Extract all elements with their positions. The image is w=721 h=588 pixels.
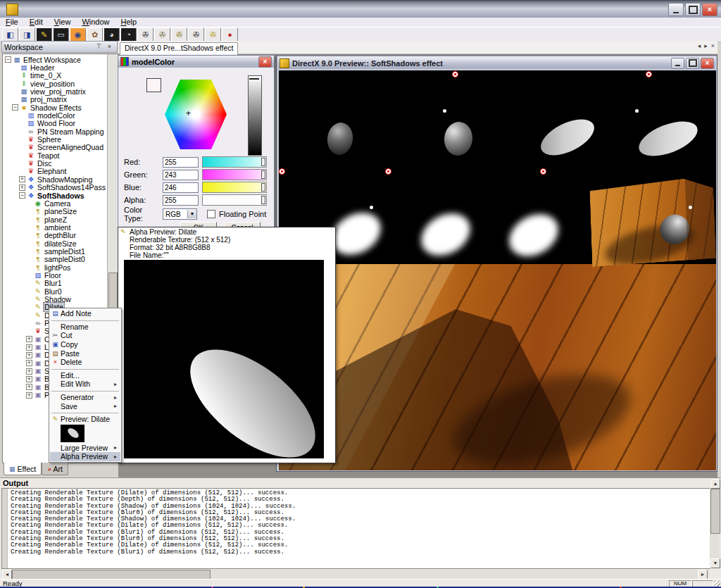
toolbar-button[interactable]: ✇	[154, 27, 170, 42]
workspace-tab[interactable]: ◕ Art	[42, 463, 68, 475]
close-button[interactable]: ×	[702, 3, 717, 16]
context-menu-item[interactable]: ▤ Add Note ▸	[50, 309, 120, 318]
color-hex-wheel[interactable]	[165, 80, 227, 149]
tree-item[interactable]: ¶ planeSize	[4, 208, 106, 215]
context-menu-item[interactable]: × Delete ▸	[50, 358, 120, 367]
preview-restore-button[interactable]	[686, 58, 699, 69]
output-vertical-scrollbar[interactable]: ▲ ▼	[710, 478, 720, 568]
scroll-right-icon[interactable]: ►	[698, 570, 708, 580]
toolbar-button[interactable]: ▭	[53, 27, 69, 42]
tab-close-icon[interactable]: ×	[711, 42, 715, 49]
context-menu-item[interactable]: Generator ▸	[50, 393, 120, 402]
toolbar-button[interactable]: ✎	[36, 27, 52, 42]
tree-expander[interactable]: +	[19, 184, 25, 191]
tree-expander[interactable]: +	[26, 352, 32, 358]
tree-item[interactable]: ▤ Header	[4, 63, 106, 71]
brightness-slider[interactable]	[248, 75, 262, 156]
tree-item[interactable]: ▦ proj_matrix	[4, 96, 106, 104]
preview-minimize-button[interactable]	[671, 58, 684, 69]
tree-item[interactable]: + ❖ SoftShadows14Pass	[4, 184, 106, 192]
tree-expander[interactable]: −	[19, 192, 25, 199]
tree-item[interactable]: − ■ Shadow Effects	[4, 104, 106, 111]
tree-item[interactable]: ¶ ambient	[4, 223, 106, 231]
tree-item[interactable]: ▦ view_proj_matrix	[4, 87, 106, 95]
tab-scroll-right-icon[interactable]: ▸	[704, 42, 708, 49]
output-vscroll-thumb[interactable]	[710, 489, 720, 534]
dialog-close-button[interactable]: ×	[258, 56, 272, 68]
tree-item[interactable]: − ▦ Effect Workspace	[4, 56, 106, 63]
context-menu-item[interactable]: ▸	[51, 413, 119, 413]
context-menu-item[interactable]: Edit... ▸	[50, 371, 120, 380]
tree-item[interactable]: ‖ view_position	[4, 80, 106, 87]
tree-item[interactable]: ¶ sampleDist1	[4, 247, 106, 255]
toolbar-button[interactable]: ✇	[188, 27, 204, 42]
tree-expander[interactable]: +	[19, 176, 25, 182]
toolbar-button[interactable]: ●	[222, 27, 238, 42]
channel-slider[interactable]	[202, 156, 267, 168]
menu-item[interactable]: View	[50, 18, 75, 27]
channel-value-input[interactable]: 255	[163, 157, 199, 168]
menu-item[interactable]: Help	[117, 18, 142, 27]
channel-value-input[interactable]: 243	[163, 170, 199, 180]
tree-item[interactable]: ¶ dilateSize	[4, 239, 106, 247]
tree-item[interactable]: ✎ Blur0	[4, 287, 106, 295]
tree-item[interactable]: ♛ Teapot	[4, 151, 106, 159]
brightness-thumb[interactable]	[249, 78, 259, 80]
minimize-button[interactable]	[668, 3, 684, 16]
channel-slider[interactable]	[202, 182, 267, 193]
close-icon[interactable]: ×	[104, 42, 115, 52]
tree-expander[interactable]: +	[26, 344, 32, 351]
tree-expander[interactable]: −	[5, 56, 11, 63]
tree-item[interactable]: − ❖ SoftShadows	[4, 192, 106, 199]
tree-item[interactable]: ♛ ScreenAlignedQuad	[4, 144, 106, 151]
tree-item[interactable]: ¶ depthBlur	[4, 232, 106, 239]
tree-item[interactable]: ♛ Elephant	[4, 168, 106, 175]
tree-item[interactable]: ▨ Floor	[4, 271, 106, 279]
menu-item[interactable]: Window	[77, 18, 113, 27]
toolbar-button[interactable]: ◧	[2, 27, 18, 42]
scroll-down-icon[interactable]: ▼	[710, 558, 720, 568]
document-tab[interactable]: DirectX 9.0 Pre...tShadows effect	[120, 42, 238, 55]
menu-item[interactable]: File	[1, 18, 23, 27]
tree-item[interactable]: ¶ sampleDist0	[4, 256, 106, 263]
toolbar-button[interactable]: ◨	[19, 27, 35, 42]
tree-item[interactable]: + ❖ ShadowMapping	[4, 175, 106, 183]
workspace-tab[interactable]: ▦ Effect	[4, 463, 42, 475]
scroll-up-icon[interactable]: ▲	[710, 479, 720, 489]
tree-expander[interactable]: +	[26, 384, 32, 390]
tab-scroll-left-icon[interactable]: ◂	[698, 42, 701, 49]
toolbar-button[interactable]: ✇	[205, 27, 221, 42]
tree-expander[interactable]: +	[26, 392, 32, 399]
toolbar-button[interactable]: ◉	[70, 27, 86, 42]
channel-value-input[interactable]: 255	[163, 195, 199, 206]
tree-expander[interactable]: +	[26, 376, 32, 382]
tree-item[interactable]: ▥ modelColor	[4, 111, 106, 119]
tree-item[interactable]: ∞ PN Stream Mapping	[4, 127, 106, 135]
context-menu-item[interactable]: ▸	[50, 424, 120, 444]
context-menu-item[interactable]: ▣ Copy ▸	[50, 340, 120, 349]
channel-slider[interactable]	[202, 194, 267, 206]
tree-item[interactable]: ♛ Sphere	[4, 135, 106, 143]
toolbar-button[interactable]: ✇	[137, 27, 153, 42]
tree-item[interactable]: ✎ Blur1	[4, 280, 106, 287]
output-hscroll-thumb[interactable]	[12, 570, 211, 580]
channel-slider[interactable]	[202, 169, 267, 180]
menu-item[interactable]: Edit	[25, 18, 47, 27]
context-menu-item[interactable]: Alpha Preview ▸	[50, 452, 120, 461]
tree-expander[interactable]: −	[12, 104, 18, 111]
tree-item[interactable]: ‖ time_0_X	[4, 72, 106, 80]
floating-point-checkbox[interactable]	[207, 210, 215, 218]
maximize-button[interactable]	[685, 3, 701, 16]
toolbar-button[interactable]: ◕	[104, 27, 120, 42]
context-menu-item[interactable]: ✂ Cut ▸	[50, 331, 120, 340]
output-log[interactable]: Creating Renderable Texture (Dilate) of …	[1, 488, 710, 569]
context-menu-item[interactable]: ▸	[51, 369, 119, 370]
context-menu-item[interactable]: ▸	[51, 391, 119, 392]
toolbar-button[interactable]: ✇	[171, 27, 187, 42]
color-type-dropdown[interactable]: RGB▼	[163, 208, 197, 220]
channel-value-input[interactable]: 246	[163, 182, 199, 193]
pin-icon[interactable]: ⊤	[94, 42, 104, 52]
context-menu-item[interactable]: Save ▸	[50, 401, 120, 411]
toolbar-button[interactable]: ◔	[120, 27, 137, 42]
tree-item[interactable]: ◉ Camera	[4, 199, 106, 207]
